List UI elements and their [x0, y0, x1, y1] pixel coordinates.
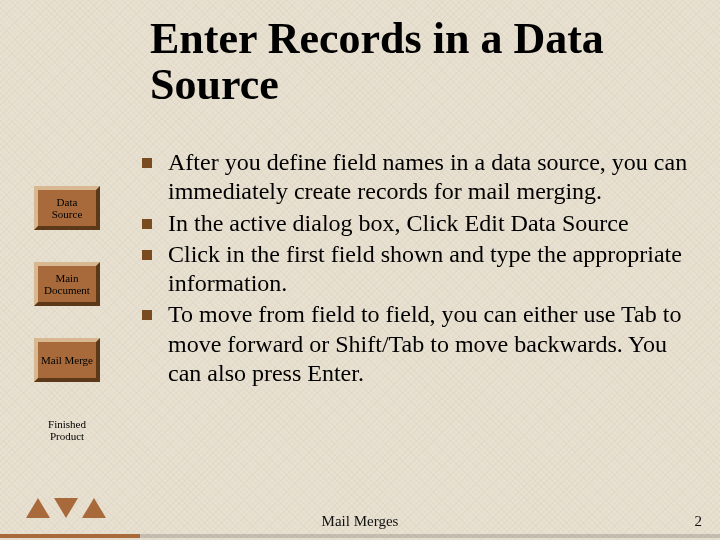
sidebar-item-main-document: Main Document: [34, 262, 100, 306]
bullet-list: After you define field names in a data s…: [140, 148, 692, 390]
sidebar: Data Source Main Document Mail Merge Fin…: [34, 186, 110, 442]
slide-title: Enter Records in a Data Source: [150, 16, 690, 108]
bottom-border: [0, 534, 720, 538]
bullet-item: To move from field to field, you can eit…: [140, 300, 692, 388]
bullet-item: Click in the first field shown and type …: [140, 240, 692, 299]
sidebar-item-finished-product: Finished Product: [34, 414, 100, 442]
sidebar-item-mail-merge: Mail Merge: [34, 338, 100, 382]
bullet-item: In the active dialog box, Click Edit Dat…: [140, 209, 692, 238]
page-number: 2: [695, 513, 703, 530]
footer-label: Mail Merges: [0, 513, 720, 530]
bullet-item: After you define field names in a data s…: [140, 148, 692, 207]
sidebar-item-data-source: Data Source: [34, 186, 100, 230]
